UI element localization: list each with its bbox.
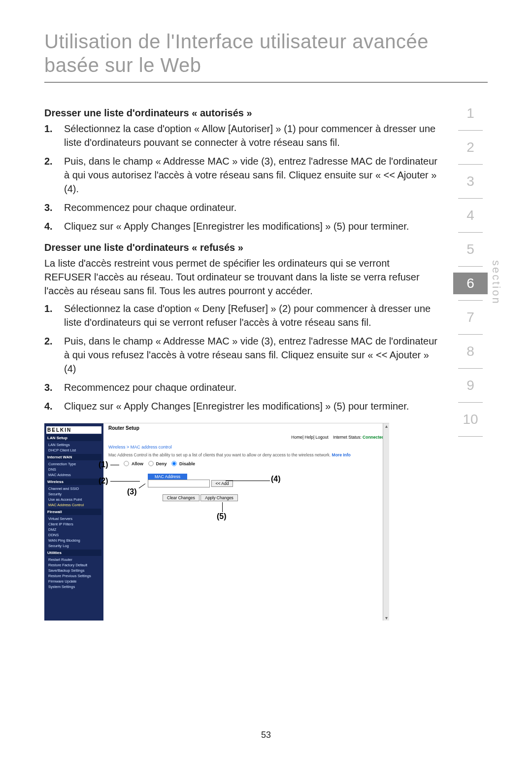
step-number: 1. [44, 122, 55, 149]
allowed-heading: Dresser une liste d'ordinateurs « autori… [44, 107, 438, 119]
sidebar-item[interactable]: Restart Router [46, 557, 101, 562]
more-info-link[interactable]: More Info [332, 452, 351, 457]
step-text: Sélectionnez la case d'option « Deny [Re… [64, 302, 438, 329]
main-content: Dresser une liste d'ordinateurs « autori… [44, 103, 438, 621]
mac-address-input[interactable] [148, 480, 210, 487]
sidebar-item[interactable]: System Settings [46, 584, 101, 589]
top-links[interactable]: Home| Help| Logout [291, 435, 328, 440]
sidebar-item[interactable]: Save/Backup Settings [46, 568, 101, 573]
page-title: Utilisation de l'Interface utilisateur a… [44, 30, 488, 83]
sidebar-cat-lan: LAN Setup [46, 435, 101, 441]
sidebar-item[interactable]: Security [46, 491, 101, 497]
router-sidebar: BELKIN LAN Setup LAN Settings DHCP Clien… [44, 423, 103, 621]
sidebar-cat-wireless: Wireless [46, 479, 101, 485]
step-number: 4. [44, 219, 55, 233]
section-vertical-label: section [490, 260, 502, 305]
mac-address-column-header: MAC Address [148, 474, 187, 480]
allowed-steps: 1.Sélectionnez la case d'option « Allow … [44, 122, 438, 233]
section-link-10[interactable]: 10 [453, 409, 488, 430]
denied-steps: 1.Sélectionnez la case d'option « Deny [… [44, 302, 438, 413]
allow-deny-radio-row: Allow Deny Disable [123, 460, 384, 468]
sidebar-item[interactable]: Virtual Servers [46, 516, 101, 521]
sidebar-item[interactable]: DMZ [46, 527, 101, 532]
step-number: 4. [44, 399, 55, 413]
sidebar-item[interactable]: Security Log [46, 543, 101, 549]
router-main-panel: Router Setup Home| Help| Logout Internet… [103, 423, 389, 621]
scrollbar[interactable]: ▴ ▾ [383, 423, 389, 621]
sidebar-item[interactable]: WAN Ping Blocking [46, 538, 101, 543]
sidebar-cat-wan: Internet WAN [46, 454, 101, 460]
section-link-4[interactable]: 4 [453, 205, 488, 226]
step-text: Puis, dans le champ « Addresse MAC » vid… [64, 334, 438, 376]
section-link-7[interactable]: 7 [453, 307, 488, 328]
scroll-up-icon[interactable]: ▴ [383, 423, 389, 429]
section-link-1[interactable]: 1 [453, 103, 488, 124]
sidebar-item[interactable]: DDNS [46, 532, 101, 538]
page-number: 53 [0, 730, 532, 740]
section-nav: 1 2 3 4 5 6 7 8 9 10 section [453, 103, 488, 621]
step-number: 2. [44, 154, 55, 196]
allow-label: Allow [132, 461, 143, 466]
sidebar-item[interactable]: DNS [46, 467, 101, 472]
allow-radio[interactable] [124, 461, 129, 466]
denied-heading: Dresser une liste d'ordinateurs « refusé… [44, 242, 438, 253]
step-number: 3. [44, 380, 55, 394]
step-number: 1. [44, 302, 55, 329]
sidebar-item[interactable]: Channel and SSID [46, 486, 101, 491]
step-text: Puis, dans le champ « Addresse MAC » vid… [64, 154, 438, 196]
denied-intro: La liste d'accès restreint vous permet d… [44, 256, 438, 298]
step-text: Cliquez sur « Apply Changes [Enregistrer… [64, 399, 409, 413]
router-topbar: Home| Help| Logout Internet Status: Conn… [108, 435, 384, 440]
sidebar-item[interactable]: Firmware Update [46, 579, 101, 584]
step-number: 3. [44, 201, 55, 214]
sidebar-item[interactable]: DHCP Client List [46, 448, 101, 453]
status-value: Connected [363, 435, 384, 440]
step-text: Recommencez pour chaque ordinateur. [64, 201, 236, 214]
sidebar-item[interactable]: LAN Settings [46, 442, 101, 448]
callout-3: (3) [127, 487, 137, 496]
section-link-2[interactable]: 2 [453, 137, 488, 158]
disable-label: Disable [179, 461, 195, 466]
section-link-9[interactable]: 9 [453, 375, 488, 396]
step-number: 2. [44, 334, 55, 376]
section-link-5[interactable]: 5 [453, 239, 488, 260]
sidebar-cat-utilities: Utilities [46, 550, 101, 556]
callout-5: (5) [217, 512, 227, 521]
sidebar-cat-firewall: Firewall [46, 509, 101, 515]
sidebar-item-active[interactable]: MAC Address Control [46, 502, 101, 508]
apply-changes-button[interactable]: Apply Changes [200, 494, 238, 501]
step-text: Sélectionnez la case d'option « Allow [A… [64, 122, 438, 149]
step-text: Recommencez pour chaque ordinateur. [64, 380, 236, 394]
sidebar-item[interactable]: Use as Access Point [46, 497, 101, 502]
router-setup-label: Router Setup [108, 425, 384, 431]
sidebar-item[interactable]: MAC Address [46, 472, 101, 478]
callout-1: (1) [99, 460, 108, 469]
deny-radio[interactable] [148, 461, 153, 466]
breadcrumb: Wireless > MAC address control [108, 445, 384, 449]
brand-logo: BELKIN [46, 426, 101, 434]
sidebar-item[interactable]: Restore Previous Settings [46, 573, 101, 579]
deny-label: Deny [156, 461, 167, 466]
status-label: Internet Status: [333, 435, 362, 440]
sidebar-item[interactable]: Connection Type [46, 461, 101, 467]
step-text: Cliquez sur « Apply Changes [Enregistrer… [64, 219, 409, 233]
scroll-down-icon[interactable]: ▾ [383, 615, 389, 621]
callout-2: (2) [99, 477, 108, 485]
sidebar-item[interactable]: Restore Factory Default [46, 562, 101, 568]
clear-changes-button[interactable]: Clear Changes [163, 494, 200, 501]
sidebar-item[interactable]: Client IP Filters [46, 521, 101, 527]
section-link-3[interactable]: 3 [453, 171, 488, 192]
callout-4: (4) [271, 475, 281, 484]
disable-radio[interactable] [171, 461, 176, 466]
section-link-6-active[interactable]: 6 [453, 273, 488, 294]
embedded-screenshot: BELKIN LAN Setup LAN Settings DHCP Clien… [44, 423, 389, 621]
mac-control-description: Mac Address Control is the ability to se… [108, 452, 384, 457]
section-link-8[interactable]: 8 [453, 341, 488, 362]
